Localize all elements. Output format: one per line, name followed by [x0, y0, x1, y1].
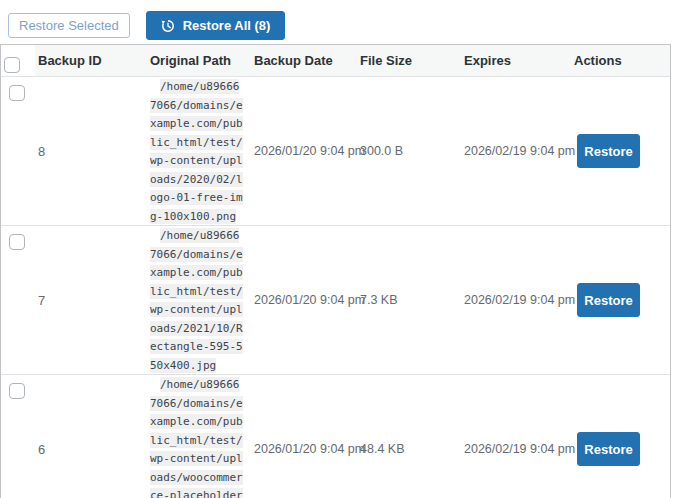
actions-cell: Restore	[571, 432, 670, 466]
header-file-size: File Size	[357, 53, 461, 68]
original-path-cell: /home/u896667066/domains/example.com/pub…	[147, 375, 251, 498]
backup-date-value: 2026/01/20 9:04 pm	[251, 293, 357, 307]
expires-value: 2026/02/19 9:04 pm	[461, 144, 571, 158]
restore-button[interactable]: Restore	[577, 134, 640, 168]
restore-all-button[interactable]: Restore All (8)	[146, 11, 286, 40]
header-expires: Expires	[461, 53, 571, 68]
restore-button[interactable]: Restore	[577, 283, 640, 317]
row-checkbox[interactable]	[9, 85, 25, 101]
backup-date-value: 2026/01/20 9:04 pm	[251, 144, 357, 158]
restore-selected-button[interactable]: Restore Selected	[8, 13, 130, 38]
file-size-value: 7.3 KB	[357, 293, 461, 307]
row-check-cell	[1, 77, 35, 225]
backup-id-value: 6	[35, 442, 147, 457]
row-check-cell	[1, 226, 35, 374]
file-size-value: 300.0 B	[357, 144, 461, 158]
actions-cell: Restore	[571, 283, 670, 317]
header-actions: Actions	[571, 53, 670, 68]
restore-all-label: Restore All (8)	[183, 18, 271, 33]
table-row: 7 /home/u896667066/domains/example.com/p…	[1, 225, 670, 374]
table-row: 6 /home/u896667066/domains/example.com/p…	[1, 374, 670, 498]
table-header-row: Backup ID Original Path Backup Date File…	[1, 45, 670, 76]
restore-button[interactable]: Restore	[577, 432, 640, 466]
backup-date-value: 2026/01/20 9:04 pm	[251, 442, 357, 456]
backup-id-value: 8	[35, 144, 147, 159]
actions-cell: Restore	[571, 134, 670, 168]
original-path-cell: /home/u896667066/domains/example.com/pub…	[147, 77, 251, 225]
toolbar: Restore Selected Restore All (8)	[0, 0, 680, 44]
row-checkbox[interactable]	[9, 234, 25, 250]
backup-id-value: 7	[35, 293, 147, 308]
header-original-path: Original Path	[147, 53, 251, 68]
original-path-value: /home/u896667066/domains/example.com/pub…	[150, 228, 243, 373]
select-all-checkbox[interactable]	[4, 57, 20, 73]
table-row: 8 /home/u896667066/domains/example.com/p…	[1, 76, 670, 225]
file-size-value: 48.4 KB	[357, 442, 461, 456]
original-path-value: /home/u896667066/domains/example.com/pub…	[150, 79, 243, 224]
original-path-cell: /home/u896667066/domains/example.com/pub…	[147, 226, 251, 374]
row-checkbox[interactable]	[9, 383, 25, 399]
expires-value: 2026/02/19 9:04 pm	[461, 442, 571, 456]
restore-history-icon	[161, 19, 175, 33]
header-backup-id: Backup ID	[35, 53, 147, 68]
original-path-value: /home/u896667066/domains/example.com/pub…	[150, 377, 243, 498]
header-check-cell	[1, 45, 35, 76]
backups-table: Backup ID Original Path Backup Date File…	[0, 44, 671, 498]
expires-value: 2026/02/19 9:04 pm	[461, 293, 571, 307]
header-backup-date: Backup Date	[251, 53, 357, 68]
row-check-cell	[1, 375, 35, 498]
